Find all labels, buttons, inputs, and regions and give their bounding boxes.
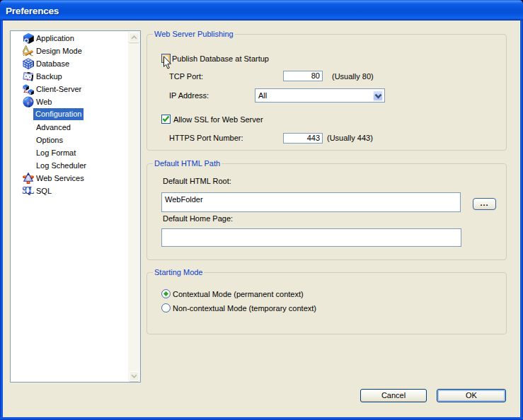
svg-text:SQL: SQL [22, 185, 34, 197]
